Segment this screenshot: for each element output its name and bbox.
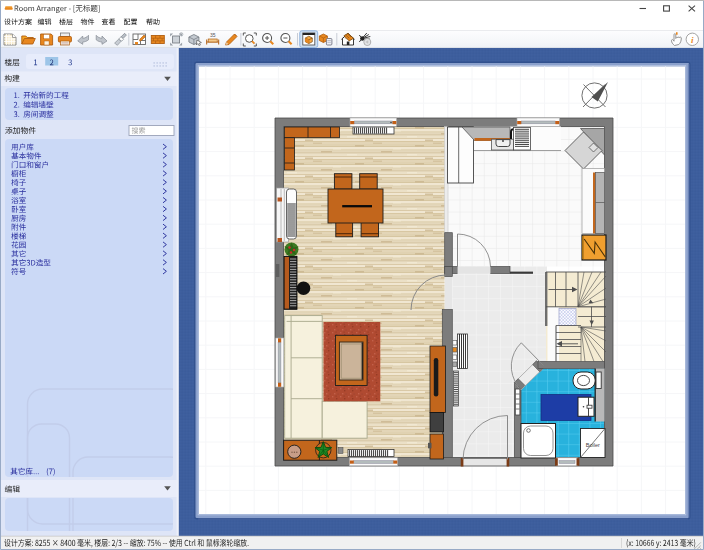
svg-text:35: 35 (210, 32, 216, 38)
svg-text:Boiler: Boiler (586, 442, 600, 448)
